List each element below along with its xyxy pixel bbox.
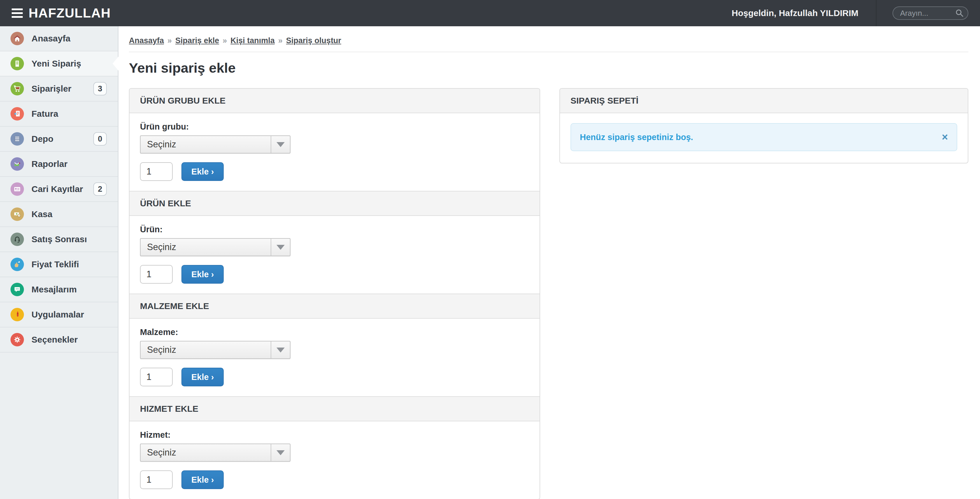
ekle-button[interactable]: Ekle › xyxy=(181,162,224,181)
active-item-arrow xyxy=(113,57,118,71)
count-badge: 0 xyxy=(93,132,107,146)
breadcrumb-separator: » xyxy=(167,36,172,45)
quantity-input[interactable] xyxy=(140,162,173,181)
idcard-icon xyxy=(11,182,24,196)
field-label: Malzeme: xyxy=(140,327,529,337)
select-value: Seçiniz xyxy=(147,344,176,355)
main-content: Anasayfa » Sipariş ekle » Kişi tanımla »… xyxy=(118,26,980,499)
section-malzeme: MALZEME EKLE Malzeme: Seçiniz Ekle › xyxy=(129,293,539,396)
cart-panel: SIPARIŞ SEPETİ Henüz sipariş sepetiniz b… xyxy=(559,88,968,163)
ekle-button[interactable]: Ekle › xyxy=(181,470,224,489)
select-value: Seçiniz xyxy=(147,242,176,252)
chart-icon xyxy=(11,157,24,171)
receipt-icon xyxy=(11,57,24,70)
sidebar-item-label: Yeni Sipariş xyxy=(32,59,81,69)
ekle-button[interactable]: Ekle › xyxy=(181,368,224,386)
count-badge: 2 xyxy=(93,182,107,196)
sidebar-item-label: Siparişler xyxy=(32,84,72,94)
service-select[interactable]: Seçiniz xyxy=(140,443,291,462)
quantity-input[interactable] xyxy=(140,368,173,386)
cart-icon xyxy=(11,82,24,96)
empty-cart-message: Henüz sipariş sepetiniz boş. xyxy=(580,132,693,142)
cash-icon xyxy=(11,207,24,221)
home-icon xyxy=(11,32,24,45)
headset-icon xyxy=(11,233,24,246)
ekle-button[interactable]: Ekle › xyxy=(181,265,224,284)
topbar-divider xyxy=(876,0,877,26)
add-items-panel: ÜRÜN GRUBU EKLE Ürün grubu: Seçiniz Ekle… xyxy=(129,88,540,499)
select-value: Seçiniz xyxy=(147,447,176,458)
field-label: Ürün: xyxy=(140,225,529,234)
breadcrumb-link-kisi-tanimla[interactable]: Kişi tanımla xyxy=(231,36,275,45)
menu-icon[interactable] xyxy=(12,8,23,18)
sidebar-item-label: Seçenekler xyxy=(32,335,78,344)
chat-icon xyxy=(11,283,24,296)
empty-cart-alert: Henüz sipariş sepetiniz boş. × xyxy=(571,123,957,151)
sidebar: Anasayfa Yeni Sipariş Siparişler 3 xyxy=(0,26,118,499)
field-label: Hizmet: xyxy=(140,430,529,440)
material-select[interactable]: Seçiniz xyxy=(140,341,291,359)
sidebar-item-secenekler[interactable]: Seçenekler xyxy=(0,327,118,352)
count-badge: 3 xyxy=(93,82,107,96)
topbar-right: Hoşgeldin, Hafzullah YILDIRIM xyxy=(732,0,968,26)
gear-icon xyxy=(11,333,24,346)
section-urun-grubu: ÜRÜN GRUBU EKLE Ürün grubu: Seçiniz Ekle… xyxy=(129,89,539,191)
field-label: Ürün grubu: xyxy=(140,122,529,132)
search-icon[interactable] xyxy=(955,8,964,18)
sidebar-item-mesajlarim[interactable]: Mesajlarım xyxy=(0,277,118,302)
close-icon[interactable]: × xyxy=(942,132,948,142)
sidebar-item-kasa[interactable]: Kasa xyxy=(0,202,118,227)
chevron-down-icon xyxy=(270,239,290,256)
section-heading: HIZMET EKLE xyxy=(129,396,539,421)
brand-area: HAFZULLAH xyxy=(12,6,111,21)
sidebar-item-label: Satış Sonrası xyxy=(32,234,87,244)
product-select[interactable]: Seçiniz xyxy=(140,238,291,256)
section-heading: ÜRÜN GRUBU EKLE xyxy=(129,89,539,113)
sidebar-item-label: Mesajlarım xyxy=(32,285,77,295)
chevron-down-icon xyxy=(270,341,290,358)
sidebar-item-satis-sonrasi[interactable]: Satış Sonrası xyxy=(0,227,118,252)
sidebar-item-label: Fiyat Teklifi xyxy=(32,260,79,269)
sidebar-item-label: Uygulamalar xyxy=(32,309,84,320)
sidebar-item-label: Fatura xyxy=(32,109,58,119)
sidebar-item-siparisler[interactable]: Siparişler 3 xyxy=(0,77,118,102)
sidebar-item-cari-kayitlar[interactable]: Cari Kayıtlar 2 xyxy=(0,177,118,202)
sidebar-item-label: Cari Kayıtlar xyxy=(32,184,83,194)
select-value: Seçiniz xyxy=(147,139,176,150)
breadcrumb: Anasayfa » Sipariş ekle » Kişi tanımla »… xyxy=(129,36,968,45)
sidebar-item-anasayfa[interactable]: Anasayfa xyxy=(0,26,118,51)
section-heading: MALZEME EKLE xyxy=(129,293,539,319)
sidebar-item-fatura[interactable]: Fatura xyxy=(0,102,118,127)
search-box xyxy=(892,6,968,20)
section-urun: ÜRÜN EKLE Ürün: Seçiniz Ekle › xyxy=(129,191,539,293)
breadcrumb-separator: » xyxy=(278,36,283,45)
sidebar-item-label: Anasayfa xyxy=(32,33,70,43)
sidebar-item-depo[interactable]: Depo 0 xyxy=(0,127,118,152)
user-greeting: Hoşgeldin, Hafzullah YILDIRIM xyxy=(732,8,858,18)
breadcrumb-link-siparis-olustur[interactable]: Sipariş oluştur xyxy=(286,36,341,45)
sidebar-item-fiyat-teklifi[interactable]: Fiyat Teklifi xyxy=(0,252,118,277)
breadcrumb-separator: » xyxy=(223,36,227,45)
page-title: Yeni sipariş ekle xyxy=(129,60,968,76)
chevron-down-icon xyxy=(270,444,290,461)
sidebar-item-yeni-siparis[interactable]: Yeni Sipariş xyxy=(0,51,118,77)
cart-heading: SIPARIŞ SEPETİ xyxy=(560,89,968,113)
product-group-select[interactable]: Seçiniz xyxy=(140,136,291,153)
breadcrumb-link-siparis-ekle[interactable]: Sipariş ekle xyxy=(175,36,219,45)
section-heading: ÜRÜN EKLE xyxy=(129,191,539,216)
crayon-icon xyxy=(11,308,24,321)
breadcrumb-link-anasayfa[interactable]: Anasayfa xyxy=(129,36,164,45)
invoice-icon xyxy=(11,107,24,121)
boxes-icon xyxy=(11,132,24,146)
brand-logo[interactable]: HAFZULLAH xyxy=(29,6,111,21)
sidebar-item-label: Raporlar xyxy=(32,159,67,169)
quantity-input[interactable] xyxy=(140,470,173,489)
chevron-down-icon xyxy=(270,136,290,153)
sidebar-item-raporlar[interactable]: Raporlar xyxy=(0,152,118,177)
sidebar-item-uygulamalar[interactable]: Uygulamalar xyxy=(0,302,118,327)
app-window: HAFZULLAH Hoşgeldin, Hafzullah YILDIRIM … xyxy=(0,0,980,499)
sidebar-item-label: Kasa xyxy=(32,209,52,219)
section-hizmet: HIZMET EKLE Hizmet: Seçiniz Ekle › xyxy=(129,396,539,499)
breadcrumb-divider xyxy=(129,52,968,52)
quantity-input[interactable] xyxy=(140,265,173,284)
